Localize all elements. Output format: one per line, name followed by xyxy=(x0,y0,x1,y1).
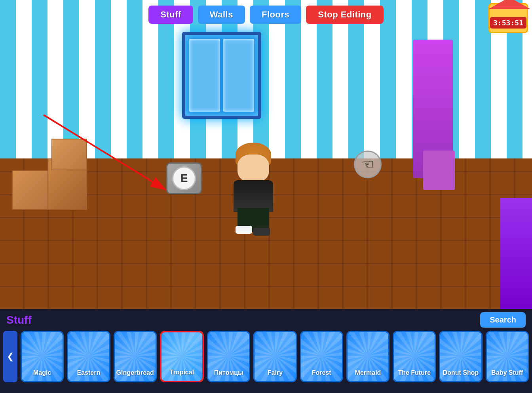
char-body xyxy=(234,180,273,212)
floors-button[interactable]: Floors xyxy=(250,6,301,24)
bottom-panel: Stuff Search ❮ Magic Eastern Gingerbread… xyxy=(0,309,532,393)
panel-title: Stuff xyxy=(6,314,32,326)
timer-roof-icon xyxy=(488,0,530,9)
purple-box xyxy=(423,151,455,190)
char-shoe-right xyxy=(253,228,270,236)
category-tab-baby-stuff[interactable]: Baby Stuff xyxy=(486,331,529,382)
tab-label-mermaid: Mermaid xyxy=(355,369,381,376)
category-tab-eastern[interactable]: Eastern xyxy=(67,331,110,382)
tab-label-gingerbread: Gingerbread xyxy=(116,369,154,376)
cardboard-box-3 xyxy=(51,139,87,170)
category-tab-donut-shop[interactable]: Donut Shop xyxy=(439,331,482,382)
char-shoe-left xyxy=(236,226,252,234)
char-head xyxy=(238,155,269,182)
timer-house: 3:53:51 xyxy=(488,3,528,33)
window-pane-left xyxy=(189,39,220,112)
stuff-button[interactable]: Stuff xyxy=(148,6,193,24)
e-key-label: E xyxy=(172,166,196,190)
category-tab-magic[interactable]: Magic xyxy=(21,331,64,382)
stop-editing-button[interactable]: Stop Editing xyxy=(306,6,384,24)
search-button[interactable]: Search xyxy=(480,312,526,328)
category-tab-forest[interactable]: Forest xyxy=(300,331,343,382)
e-key-block: E xyxy=(166,162,202,194)
player-character xyxy=(230,143,277,222)
hand-cursor-icon: ☜ xyxy=(354,151,382,178)
category-tab-mermaid[interactable]: Mermaid xyxy=(346,331,390,382)
nav-arrow-left[interactable]: ❮ xyxy=(3,331,17,382)
panel-header: Stuff Search xyxy=(0,309,532,331)
timer-value: 3:53:51 xyxy=(490,17,526,29)
tab-label-donut-shop: Donut Shop xyxy=(443,369,479,376)
category-tab-fairy[interactable]: Fairy xyxy=(253,331,296,382)
tab-label-fairy: Fairy xyxy=(268,369,283,376)
tab-label-the-future: The Future xyxy=(398,369,431,376)
category-tab-tropical[interactable]: Tropical xyxy=(160,331,204,382)
walls-button[interactable]: Walls xyxy=(198,6,245,24)
tab-label-pitomcy: Питомцы xyxy=(214,369,243,376)
tab-label-tropical: Tropical xyxy=(170,368,194,376)
tab-label-eastern: Eastern xyxy=(77,369,101,376)
blue-window xyxy=(182,32,261,119)
category-tab-the-future[interactable]: The Future xyxy=(393,331,436,382)
category-tab-pitomcy[interactable]: Питомцы xyxy=(207,331,250,382)
top-toolbar: Stuff Walls Floors Stop Editing xyxy=(0,0,532,29)
tab-label-forest: Forest xyxy=(312,369,331,376)
tab-label-baby-stuff: Baby Stuff xyxy=(491,369,523,376)
category-tab-gingerbread[interactable]: Gingerbread xyxy=(114,331,157,382)
game-viewport: E ☜ Stuff Walls Floors Stop Editing 3:53… xyxy=(0,0,532,309)
category-row: ❮ Magic Eastern Gingerbread Tropical Пит… xyxy=(0,331,532,385)
timer-badge: 3:53:51 xyxy=(488,3,528,35)
tab-label-magic: Magic xyxy=(33,369,51,376)
window-pane-right xyxy=(223,39,254,112)
purple-corner xyxy=(500,198,532,309)
